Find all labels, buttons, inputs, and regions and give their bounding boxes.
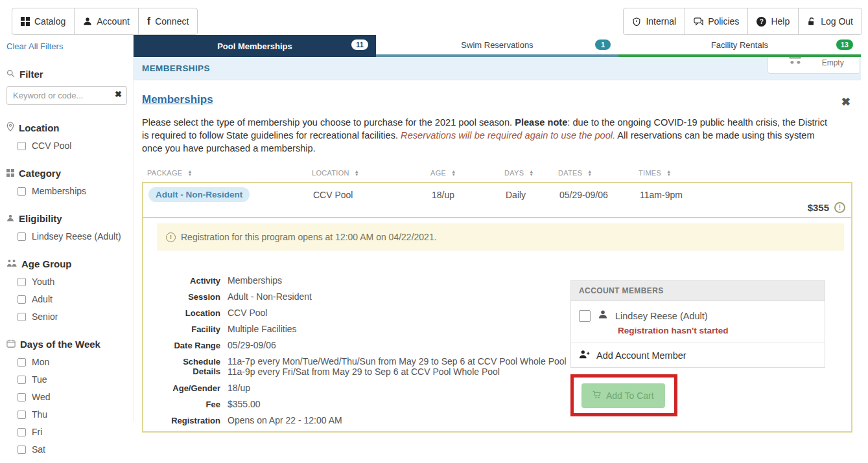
filter-section-heading: Filter — [6, 69, 126, 80]
member-row-lindsey-reese: Lindsey Reese (Adult) Registration hasn'… — [571, 301, 825, 343]
clear-input-icon[interactable]: ✖ — [115, 89, 122, 99]
filter-senior[interactable]: Senior — [18, 311, 126, 322]
policies-button[interactable]: Policies — [685, 8, 748, 35]
member-checkbox[interactable] — [579, 310, 591, 322]
connect-button[interactable]: f Connect — [138, 8, 198, 35]
info-icon: ! — [166, 232, 176, 242]
pool-memberships-count-badge: 11 — [351, 40, 368, 50]
row-times: 11am-9pm — [640, 190, 829, 200]
program-details: ActivityMemberships SessionAdult - Non-R… — [157, 275, 567, 431]
checkbox[interactable] — [18, 428, 26, 436]
category-tabs: Pool Memberships 11 Swim Reservations 1 … — [134, 35, 861, 57]
package-row-adult-non-resident[interactable]: Adult - Non-Resident CCV Pool 18/up Dail… — [142, 182, 852, 218]
help-button[interactable]: ? Help — [747, 8, 799, 35]
keyword-search-input[interactable] — [6, 86, 127, 105]
catalog-button[interactable]: Catalog — [12, 8, 75, 35]
checkbox[interactable] — [18, 142, 26, 150]
sort-icon[interactable]: ▲▼ — [451, 170, 456, 176]
left-nav-group: Catalog Account f Connect — [12, 8, 198, 35]
row-days: Daily — [506, 190, 559, 200]
row-price: $355 — [640, 202, 829, 213]
swim-reservations-count-badge: 1 — [595, 40, 611, 50]
checkbox[interactable] — [18, 232, 26, 241]
column-days: DAYS▲▼ — [504, 169, 558, 177]
unlock-icon — [807, 17, 816, 27]
add-to-cart-button[interactable]: Add To Cart — [581, 383, 665, 408]
category-title: Category — [19, 168, 61, 179]
filter-memberships[interactable]: Memberships — [18, 186, 126, 196]
package-table-header: PACKAGE▲▼ LOCATION▲▼ AGE▲▼ DAYS▲▼ DATES▲… — [142, 169, 852, 183]
filter-mon[interactable]: Mon — [18, 357, 126, 367]
tab-swim-reservations[interactable]: Swim Reservations 1 — [376, 35, 618, 57]
account-label: Account — [97, 16, 130, 27]
facility-rentals-count-badge: 13 — [836, 40, 853, 50]
filter-lindsey-reese[interactable]: Lindsey Reese (Adult) — [18, 231, 126, 242]
checkbox[interactable] — [18, 278, 26, 286]
add-account-member-button[interactable]: Add Account Member — [571, 343, 825, 367]
memberships-heading-link[interactable]: Memberships — [142, 93, 213, 106]
chat-bubbles-icon — [694, 17, 703, 26]
memberships-intro-text: Please select the type of membership you… — [142, 116, 852, 155]
filter-youth[interactable]: Youth — [18, 277, 126, 287]
sort-icon[interactable]: ▲▼ — [529, 170, 534, 176]
filter-tue[interactable]: Tue — [18, 374, 126, 385]
package-name-pill[interactable]: Adult - Non-Resident — [148, 187, 250, 202]
connect-label: Connect — [155, 16, 189, 27]
checkbox[interactable] — [18, 393, 26, 401]
checkbox[interactable] — [18, 295, 26, 304]
memberships-panel: ✖ Memberships Please select the type of … — [134, 80, 861, 433]
filter-wed[interactable]: Wed — [18, 392, 126, 402]
memberships-section-bar: MEMBERSHIPS — [134, 57, 861, 80]
column-dates: DATES▲▼ — [558, 169, 639, 177]
logout-button[interactable]: Log Out — [798, 8, 862, 35]
age-group-section-heading: Age Group — [6, 258, 126, 269]
days-title: Days of the Week — [20, 339, 100, 350]
sort-icon[interactable]: ▲▼ — [666, 170, 671, 176]
filter-ccv-pool[interactable]: CCV Pool — [18, 141, 126, 151]
filter-thu[interactable]: Thu — [18, 409, 126, 420]
eligibility-title: Eligibility — [19, 213, 62, 224]
right-nav-group: Internal Policies ? Help Log Out — [623, 8, 862, 35]
checkbox[interactable] — [18, 313, 26, 321]
checkbox[interactable] — [18, 358, 26, 367]
location-pin-icon — [6, 122, 14, 133]
add-to-cart-label: Add To Cart — [606, 390, 654, 401]
warning-icon[interactable]: ! — [834, 202, 845, 213]
person-icon — [83, 17, 92, 26]
checkbox[interactable] — [18, 376, 26, 384]
sort-icon[interactable]: ▲▼ — [355, 170, 359, 176]
location-title: Location — [19, 122, 60, 133]
tab-facility-rentals[interactable]: Facility Rentals 13 — [618, 35, 861, 57]
clear-all-filters-link[interactable]: Clear All Filters — [6, 41, 63, 51]
category-section-heading: Category — [6, 168, 126, 179]
location-section-heading: Location — [6, 122, 126, 133]
filter-adult[interactable]: Adult — [18, 294, 126, 304]
internal-button[interactable]: Internal — [623, 8, 685, 35]
eligibility-section-heading: Eligibility — [6, 213, 126, 224]
row-dates: 05/29-09/06 — [559, 190, 640, 200]
help-label: Help — [771, 16, 790, 27]
checkbox[interactable] — [18, 411, 26, 419]
filter-sat[interactable]: Sat — [18, 444, 126, 455]
question-circle-icon: ? — [757, 17, 766, 27]
account-members-column: ACCOUNT MEMBERS Lindsey Reese (Adult) Re… — [570, 280, 825, 431]
column-package: PACKAGE▲▼ — [147, 169, 312, 177]
age-group-icon — [6, 258, 17, 269]
sort-icon[interactable]: ▲▼ — [187, 170, 192, 176]
sort-icon[interactable]: ▲▼ — [587, 170, 592, 176]
account-members-header: ACCOUNT MEMBERS — [571, 281, 825, 301]
registration-notice-text: Registration for this program opens at 1… — [181, 232, 437, 242]
close-icon[interactable]: ✖ — [841, 98, 850, 106]
checkbox[interactable] — [18, 187, 26, 196]
age-group-title: Age Group — [21, 258, 72, 269]
filter-fri[interactable]: Fri — [18, 427, 126, 437]
detail-area: ActivityMemberships SessionAdult - Non-R… — [157, 275, 844, 431]
top-navigation: Catalog Account f Connect Internal Polic… — [0, 0, 868, 35]
cart-status: Empty — [822, 59, 844, 67]
eligibility-person-icon — [6, 213, 14, 224]
account-button[interactable]: Account — [74, 8, 139, 35]
checkbox[interactable] — [18, 446, 26, 454]
tab-pool-memberships[interactable]: Pool Memberships 11 — [134, 35, 376, 57]
row-location: CCV Pool — [313, 190, 432, 200]
add-person-icon — [579, 350, 590, 361]
